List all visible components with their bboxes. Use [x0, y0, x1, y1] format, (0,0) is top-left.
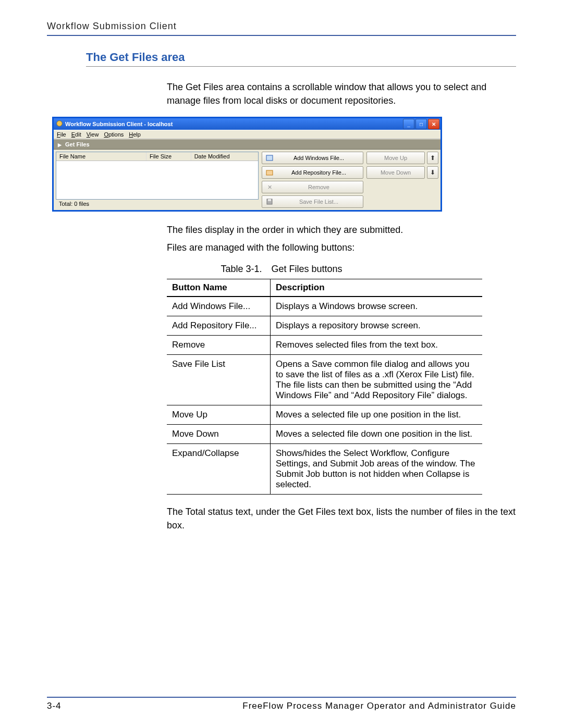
cell-description: Displays a Windows browse screen. — [271, 297, 483, 316]
expand-collapse-icon[interactable]: ▶ — [58, 142, 62, 147]
table-row: Expand/CollapseShows/hides the Select Wo… — [167, 444, 482, 495]
add-repository-file-icon — [265, 169, 274, 176]
post-paragraph-2: Files are managed with the following but… — [167, 241, 516, 254]
col-file-size[interactable]: File Size — [146, 152, 191, 161]
titlebar[interactable]: Workflow Submission Client - localhost _… — [54, 118, 440, 130]
move-down-arrow-icon[interactable]: ⬇ — [427, 166, 438, 179]
cell-description: Removes selected files from the text box… — [271, 336, 483, 355]
get-files-bar[interactable]: ▶ Get Files — [54, 139, 440, 150]
save-icon — [265, 198, 274, 205]
table-row: Move DownMoves a selected file down one … — [167, 425, 482, 444]
save-file-list-button[interactable]: Save File List... — [262, 195, 363, 208]
add-windows-file-label: Add Windows File... — [278, 155, 360, 161]
cell-description: Moves a selected file up one position in… — [271, 405, 483, 425]
post-paragraph-1: The files display in the order in which … — [167, 223, 516, 237]
add-repository-file-button[interactable]: Add Repository File... — [262, 166, 363, 179]
close-button[interactable]: ✕ — [428, 119, 439, 129]
cell-description: Moves a selected file down one position … — [271, 425, 483, 444]
move-down-button[interactable]: Move Down — [366, 166, 425, 179]
cell-button-name: Expand/Collapse — [167, 444, 271, 495]
table-row: Move UpMoves a selected file up one posi… — [167, 405, 482, 425]
cell-description: Displays a repository browse screen. — [271, 316, 483, 336]
svg-rect-2 — [266, 170, 273, 175]
cell-description: Shows/hides the Select Workflow, Configu… — [271, 444, 483, 495]
table-row: Add Repository File...Displays a reposit… — [167, 316, 482, 336]
running-header: Workflow Submission Client — [47, 21, 516, 36]
remove-label: Remove — [278, 184, 360, 190]
menu-bar: File Edit View Options Help — [54, 130, 440, 139]
col-file-name[interactable]: File Name — [56, 152, 146, 161]
file-list[interactable]: File Name File Size Date Modified — [56, 152, 259, 200]
move-up-button[interactable]: Move Up — [366, 152, 425, 164]
th-description: Description — [271, 279, 483, 297]
svg-rect-1 — [266, 155, 273, 161]
menu-help[interactable]: Help — [129, 131, 141, 138]
app-icon — [56, 120, 63, 128]
page-number: 3-4 — [47, 701, 62, 711]
menu-edit[interactable]: Edit — [71, 131, 81, 138]
save-file-list-label: Save File List... — [278, 199, 360, 205]
table-row: RemoveRemoves selected files from the te… — [167, 336, 482, 355]
svg-rect-4 — [268, 199, 271, 201]
get-files-buttons-table: Button Name Description Add Windows File… — [167, 279, 482, 495]
add-repository-file-label: Add Repository File... — [278, 169, 360, 176]
table-row: Save File ListOpens a Save common file d… — [167, 355, 482, 405]
maximize-button[interactable]: □ — [415, 119, 427, 129]
cell-button-name: Add Repository File... — [167, 316, 271, 336]
col-date-modified[interactable]: Date Modified — [191, 152, 258, 161]
cell-button-name: Remove — [167, 336, 271, 355]
table-row: Add Windows File...Displays a Windows br… — [167, 297, 482, 316]
remove-button[interactable]: ✕ Remove — [262, 181, 363, 193]
cell-button-name: Add Windows File... — [167, 297, 271, 316]
move-up-arrow-icon[interactable]: ⬆ — [427, 152, 438, 164]
cell-button-name: Save File List — [167, 355, 271, 405]
cell-button-name: Move Down — [167, 425, 271, 444]
add-windows-file-button[interactable]: Add Windows File... — [262, 152, 363, 164]
menu-file[interactable]: File — [57, 131, 66, 138]
menu-view[interactable]: View — [87, 131, 99, 138]
remove-icon: ✕ — [265, 184, 274, 191]
intro-paragraph: The Get Files area contains a scrollable… — [167, 80, 516, 107]
menu-options[interactable]: Options — [104, 131, 124, 138]
minimize-button[interactable]: _ — [403, 119, 414, 129]
svg-point-0 — [57, 121, 63, 127]
get-files-label: Get Files — [65, 141, 89, 147]
window-title: Workflow Submission Client - localhost — [65, 121, 173, 127]
footer-doc-title: FreeFlow Process Manager Operator and Ad… — [242, 701, 516, 711]
cell-description: Opens a Save common file dialog and allo… — [271, 355, 483, 405]
total-files-text: Total: 0 files — [56, 200, 259, 208]
th-button-name: Button Name — [167, 279, 271, 297]
section-title: The Get Files area — [86, 51, 516, 67]
table-caption: Table 3-1. Get Files buttons — [47, 264, 516, 275]
cell-button-name: Move Up — [167, 405, 271, 425]
add-windows-file-icon — [265, 154, 274, 162]
closing-paragraph: The Total status text, under the Get Fil… — [167, 505, 516, 532]
app-window: Workflow Submission Client - localhost _… — [52, 117, 442, 212]
